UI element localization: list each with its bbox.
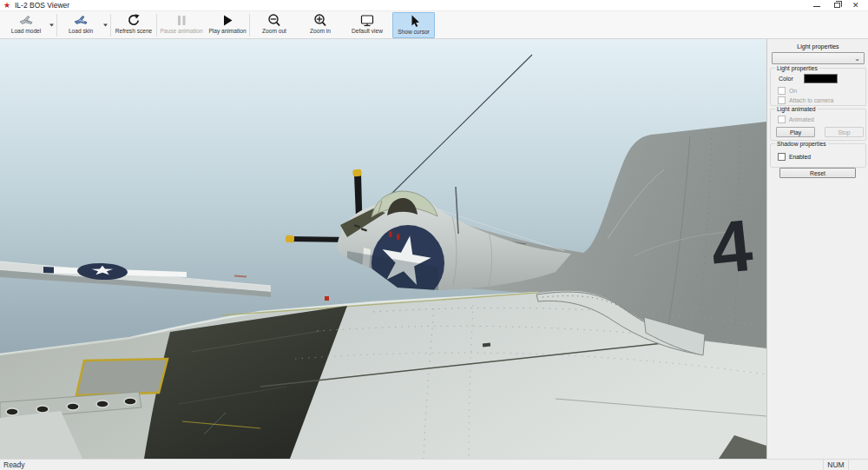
load-model-dropdown-icon[interactable] xyxy=(49,23,55,28)
toolbar: Load model Load skin Refresh scene Pa xyxy=(0,11,868,39)
refresh-icon xyxy=(126,13,141,28)
window-title: IL-2 BOS Viewer xyxy=(15,1,69,10)
pause-animation-button[interactable]: Pause animation xyxy=(159,12,204,38)
group-label: Light properties xyxy=(775,65,819,71)
refresh-scene-button[interactable]: Refresh scene xyxy=(113,12,155,38)
zoom-out-button[interactable]: Zoom out xyxy=(253,12,296,38)
shadow-enabled-checkbox[interactable] xyxy=(778,153,786,161)
cursor-icon xyxy=(406,14,422,29)
chevron-down-icon: ⌄ xyxy=(854,55,860,63)
load-skin-button[interactable]: Load skin xyxy=(61,12,101,38)
light-properties-panel: Light properties ⌄ Light properties Colo… xyxy=(766,39,868,459)
on-checkbox[interactable] xyxy=(778,87,786,95)
restore-icon xyxy=(834,3,840,8)
status-message: Ready xyxy=(3,460,25,469)
zoom-out-label: Zoom out xyxy=(253,28,296,34)
toolbar-separator xyxy=(56,14,57,36)
color-swatch[interactable] xyxy=(804,74,838,83)
plane-blue-icon xyxy=(73,13,89,28)
show-cursor-label: Show cursor xyxy=(393,29,434,35)
attach-to-camera-checkbox[interactable] xyxy=(778,96,786,104)
wing-hatch xyxy=(76,359,168,395)
pause-animation-label: Pause animation xyxy=(159,28,204,34)
color-label: Color xyxy=(779,76,793,82)
default-view-button[interactable]: Default view xyxy=(344,12,391,38)
refresh-scene-label: Refresh scene xyxy=(113,28,155,34)
shadow-enabled-label: Enabled xyxy=(789,154,811,160)
red-marking xyxy=(389,231,392,237)
viewport-3d-canvas[interactable]: 4 4 xyxy=(0,39,766,459)
close-icon: ✕ xyxy=(852,1,859,10)
play-icon xyxy=(220,13,235,28)
zoom-in-label: Zoom in xyxy=(299,28,342,34)
toolbar-separator xyxy=(156,14,157,36)
on-label: On xyxy=(789,88,797,94)
scene-p51-mustang: 4 4 xyxy=(0,39,766,459)
group-label: Shadow properties xyxy=(775,141,828,147)
play-button[interactable]: Play xyxy=(776,127,815,137)
toolbar-separator xyxy=(249,14,250,36)
toolbar-separator xyxy=(110,14,111,36)
stop-button[interactable]: Stop xyxy=(825,127,864,137)
group-label: Light animated xyxy=(775,106,818,112)
default-view-label: Default view xyxy=(344,28,391,34)
plane-gray-icon xyxy=(18,13,34,28)
animated-checkbox[interactable] xyxy=(778,116,786,123)
status-bar: Ready NUM xyxy=(0,459,868,470)
play-animation-label: Play animation xyxy=(207,28,248,34)
shadow-properties-group: Shadow properties Enabled xyxy=(770,143,866,168)
red-marking xyxy=(397,234,400,240)
zoom-in-button[interactable]: Zoom in xyxy=(299,12,342,38)
light-properties-group: Light properties Color On Attach to came… xyxy=(770,68,866,106)
num-lock-indicator: NUM xyxy=(823,460,849,470)
minimize-icon xyxy=(813,6,820,7)
app-window: ★ IL-2 BOS Viewer ✕ Load model Load skin xyxy=(0,0,868,470)
zoom-in-icon xyxy=(312,13,328,28)
close-button[interactable]: ✕ xyxy=(846,0,865,11)
app-icon: ★ xyxy=(3,2,11,10)
load-skin-dropdown-icon[interactable] xyxy=(102,23,108,28)
panel-title: Light properties xyxy=(767,43,868,50)
play-animation-button[interactable]: Play animation xyxy=(207,12,248,38)
monitor-icon xyxy=(359,13,375,28)
red-square-marker xyxy=(325,296,329,301)
load-model-button[interactable]: Load model xyxy=(5,12,47,38)
minimize-button[interactable] xyxy=(807,0,826,11)
attach-to-camera-label: Attach to camera xyxy=(789,97,833,103)
animated-label: Animated xyxy=(789,116,814,122)
title-bar: ★ IL-2 BOS Viewer ✕ xyxy=(0,0,868,11)
load-model-label: Load model xyxy=(5,28,47,34)
light-animated-group: Light animated Animated Play Stop xyxy=(770,109,866,141)
light-select-dropdown[interactable]: ⌄ xyxy=(772,52,865,64)
restore-button[interactable] xyxy=(827,0,846,11)
reset-button[interactable]: Reset xyxy=(779,168,856,178)
load-skin-label: Load skin xyxy=(61,28,101,34)
pause-icon xyxy=(174,13,189,28)
zoom-out-icon xyxy=(266,13,282,28)
show-cursor-button[interactable]: Show cursor xyxy=(392,12,435,38)
